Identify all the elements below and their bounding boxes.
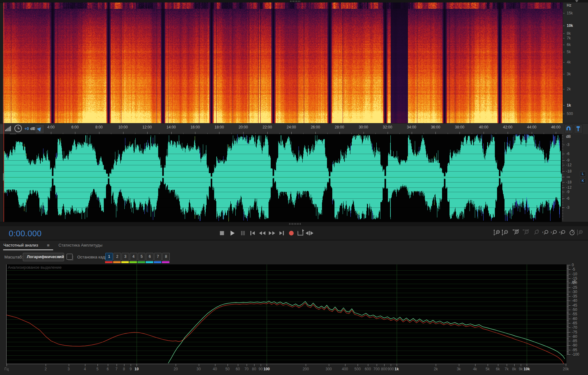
- rewind-button[interactable]: [258, 229, 266, 237]
- clock-icon[interactable]: [14, 125, 22, 132]
- hold-frame-button-1[interactable]: 1: [105, 253, 113, 261]
- zoom-out-vertical-button[interactable]: [501, 229, 510, 237]
- play-button[interactable]: [229, 229, 237, 237]
- x-axis-tick: [46, 364, 46, 366]
- scale-dropdown[interactable]: Логарифмический: [23, 253, 64, 261]
- tab-frequency-analysis[interactable]: Частотный анализ: [3, 243, 38, 248]
- zoom-in-horizontal-button[interactable]: [512, 229, 520, 237]
- scrollbar-grip[interactable]: [289, 223, 302, 225]
- spectrogram-display[interactable]: [3, 2, 563, 123]
- x-axis-label: 2: [45, 367, 47, 371]
- db-ruler-tick: [567, 277, 569, 277]
- zoom-selection-button[interactable]: ‹›: [559, 229, 567, 237]
- db-ruler-tick: [567, 327, 569, 327]
- time-display[interactable]: 0:00.000: [9, 229, 42, 238]
- x-axis-label: 800: [381, 367, 387, 371]
- x-axis-tick: [459, 364, 459, 366]
- wrench-icon: [578, 126, 579, 131]
- timeline-ruler[interactable]: 4:006:008:0010:0012:0014:0016:0018:0020:…: [0, 123, 588, 135]
- timeline-time-label: 46:00: [551, 125, 560, 129]
- level-meter-icon[interactable]: [5, 126, 12, 131]
- x-axis-label: Гц: [4, 367, 8, 371]
- skip-to-end-button[interactable]: [278, 229, 286, 237]
- hold-frame-color-2: [113, 261, 121, 263]
- panel-resize-grip[interactable]: [290, 1, 301, 2]
- db-ruler-label: -20: [572, 281, 577, 285]
- tab-amplitude-statistics[interactable]: Статистика Амплитуды: [58, 243, 102, 248]
- channel-button-k[interactable]: K: [580, 178, 586, 183]
- playhead-line[interactable]: [3, 2, 4, 222]
- db-ruler-tick: [567, 300, 569, 300]
- amplitude-ruler[interactable]: dB -3-6-9-12-18-∞-18-12-9-6-3LK: [562, 134, 588, 222]
- hold-frame-button-4[interactable]: 4: [130, 253, 137, 261]
- x-axis-tick: [199, 364, 199, 366]
- gain-value[interactable]: +0: [24, 126, 29, 131]
- hold-frame-button-8[interactable]: 8: [162, 253, 170, 261]
- db-ruler-tick: [567, 301, 570, 301]
- db-ruler-tick: [567, 268, 569, 268]
- db-ruler-tick: [567, 314, 570, 314]
- zoom-out-point-button[interactable]: ›: [550, 229, 558, 237]
- hold-frame-button-3[interactable]: 3: [122, 253, 129, 261]
- timeline-time-label: 32:00: [383, 125, 392, 129]
- x-axis-tick: [131, 364, 131, 366]
- channel-button-l[interactable]: L: [580, 172, 586, 177]
- amplitude-tick: [562, 154, 565, 154]
- snap-magnet-button[interactable]: [564, 124, 573, 133]
- db-ruler-tick: [567, 309, 569, 309]
- rewind-icon: [259, 231, 262, 235]
- tools-button[interactable]: [574, 124, 583, 133]
- x-axis-tick: [117, 364, 117, 366]
- svg-text:›: ›: [550, 230, 552, 234]
- zoom-out-horizontal-button[interactable]: [522, 229, 530, 237]
- panel-menu-icon[interactable]: ≡: [47, 243, 49, 248]
- x-axis-tick: [267, 364, 267, 366]
- timeline-drag-grip[interactable]: [0, 124, 3, 133]
- frequency-tick: [563, 52, 565, 52]
- db-ruler-tick: [567, 354, 570, 355]
- hold-frame-button-7[interactable]: 7: [154, 253, 162, 261]
- timed-record-button[interactable]: [568, 229, 576, 237]
- frequency-plot[interactable]: Анализированое выделение: [7, 264, 566, 364]
- x-axis-label: 8k: [512, 367, 516, 371]
- x-axis-label: 80: [252, 367, 256, 371]
- spectral-menu-arrow-icon[interactable]: [575, 0, 578, 2]
- skip-selection-button[interactable]: [305, 229, 314, 237]
- x-axis-tick: [498, 364, 498, 366]
- x-axis-label: 7: [115, 367, 118, 371]
- hold-frame-button-6[interactable]: 6: [146, 253, 153, 261]
- db-ruler-label: -50: [572, 308, 577, 312]
- pause-button[interactable]: [239, 229, 247, 237]
- frequency-ruler[interactable]: Hz 15k10k8k7k6k5k4k3k2k1k500: [563, 2, 588, 123]
- timeline-time-label: 22:00: [263, 125, 272, 129]
- hold-frame-button-5[interactable]: 5: [138, 253, 145, 261]
- x-axis-label: 8: [123, 367, 125, 371]
- db-ruler-tick: [567, 312, 569, 313]
- frequency-tick-label: 10k: [567, 23, 573, 28]
- db-ruler-tick: [567, 352, 569, 352]
- copy-snapshot-button[interactable]: [67, 254, 73, 260]
- loop-playback-button[interactable]: [296, 229, 304, 237]
- zoom-out-horizontal-icon: [522, 229, 530, 237]
- zoom-full-button[interactable]: [576, 229, 584, 237]
- db-ruler-tick: [567, 284, 569, 284]
- x-axis-label: 9k: [519, 367, 523, 371]
- fast-forward-button[interactable]: [268, 229, 276, 237]
- skip-to-start-button[interactable]: [249, 229, 257, 237]
- db-ruler-tick: [567, 276, 569, 276]
- hold-frame-color-1: [105, 261, 113, 263]
- pin-playhead-button[interactable]: [35, 124, 44, 134]
- zoom-in-point-button[interactable]: ‹: [542, 229, 550, 237]
- waveform-display[interactable]: [3, 134, 562, 222]
- db-ruler-tick: [567, 324, 569, 324]
- db-ruler-tick: [567, 348, 569, 348]
- db-ruler-tick: [567, 278, 570, 279]
- x-axis-label: 9: [130, 367, 132, 371]
- amplitude-tick-label: -18: [566, 180, 571, 184]
- record-button[interactable]: [287, 229, 295, 237]
- zoom-in-vertical-button[interactable]: [493, 229, 501, 237]
- hold-frame-button-2[interactable]: 2: [113, 253, 121, 261]
- zoom-reset-button[interactable]: [532, 229, 540, 237]
- x-axis-tick: [527, 364, 527, 366]
- stop-button[interactable]: [218, 229, 226, 237]
